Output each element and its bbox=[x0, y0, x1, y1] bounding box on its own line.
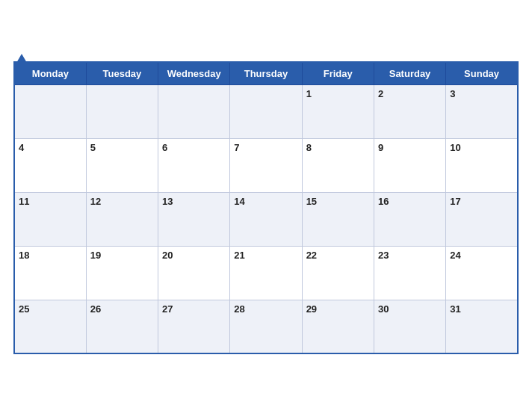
calendar-wrapper: MondayTuesdayWednesdayThursdayFridaySatu… bbox=[0, 43, 532, 368]
calendar-day-29: 29 bbox=[302, 300, 374, 353]
calendar-day-10: 10 bbox=[446, 138, 518, 192]
calendar-day-31: 31 bbox=[446, 300, 518, 353]
calendar-day-16: 16 bbox=[374, 192, 445, 246]
calendar-day-30: 30 bbox=[374, 300, 445, 353]
weekday-header-row: MondayTuesdayWednesdayThursdayFridaySatu… bbox=[14, 62, 518, 85]
calendar-day-23: 23 bbox=[374, 246, 445, 300]
calendar-day-27: 27 bbox=[158, 300, 230, 353]
calendar-day-17: 17 bbox=[446, 192, 518, 246]
weekday-header-sunday: Sunday bbox=[446, 62, 518, 85]
calendar-header bbox=[13, 51, 519, 57]
calendar-day-26: 26 bbox=[86, 300, 158, 353]
calendar-day-7: 7 bbox=[230, 138, 302, 192]
calendar-day-13: 13 bbox=[158, 192, 230, 246]
calendar-day-21: 21 bbox=[230, 246, 302, 300]
calendar-day-24: 24 bbox=[446, 246, 518, 300]
weekday-header-wednesday: Wednesday bbox=[158, 62, 230, 85]
calendar-day-22: 22 bbox=[302, 246, 374, 300]
calendar-day-14: 14 bbox=[230, 192, 302, 246]
calendar-day-18: 18 bbox=[14, 246, 86, 300]
calendar-day-empty bbox=[14, 84, 86, 138]
calendar-day-5: 5 bbox=[86, 138, 158, 192]
calendar-day-4: 4 bbox=[14, 138, 86, 192]
weekday-header-tuesday: Tuesday bbox=[86, 62, 158, 85]
weekday-header-friday: Friday bbox=[302, 62, 374, 85]
calendar-week-row: 25262728293031 bbox=[14, 300, 518, 353]
weekday-header-thursday: Thursday bbox=[230, 62, 302, 85]
calendar-day-19: 19 bbox=[86, 246, 158, 300]
logo-triangle-icon bbox=[16, 54, 27, 63]
calendar-day-11: 11 bbox=[14, 192, 86, 246]
calendar-week-row: 18192021222324 bbox=[14, 246, 518, 300]
logo bbox=[13, 54, 27, 63]
calendar-day-3: 3 bbox=[446, 84, 518, 138]
calendar-day-6: 6 bbox=[158, 138, 230, 192]
calendar-week-row: 45678910 bbox=[14, 138, 518, 192]
calendar-day-20: 20 bbox=[158, 246, 230, 300]
weekday-header-saturday: Saturday bbox=[374, 62, 445, 85]
calendar-day-9: 9 bbox=[374, 138, 445, 192]
logo-blue-text bbox=[13, 54, 27, 63]
calendar-day-empty bbox=[86, 84, 158, 138]
calendar-day-25: 25 bbox=[14, 300, 86, 353]
calendar-week-row: 11121314151617 bbox=[14, 192, 518, 246]
weekday-header-monday: Monday bbox=[14, 62, 86, 85]
calendar-day-empty bbox=[158, 84, 230, 138]
calendar-day-2: 2 bbox=[374, 84, 445, 138]
calendar-day-12: 12 bbox=[86, 192, 158, 246]
calendar-day-8: 8 bbox=[302, 138, 374, 192]
calendar-week-row: 123 bbox=[14, 84, 518, 138]
calendar-day-28: 28 bbox=[230, 300, 302, 353]
calendar-day-15: 15 bbox=[302, 192, 374, 246]
calendar-table: MondayTuesdayWednesdayThursdayFridaySatu… bbox=[13, 61, 519, 355]
calendar-day-1: 1 bbox=[302, 84, 374, 138]
calendar-day-empty bbox=[230, 84, 302, 138]
